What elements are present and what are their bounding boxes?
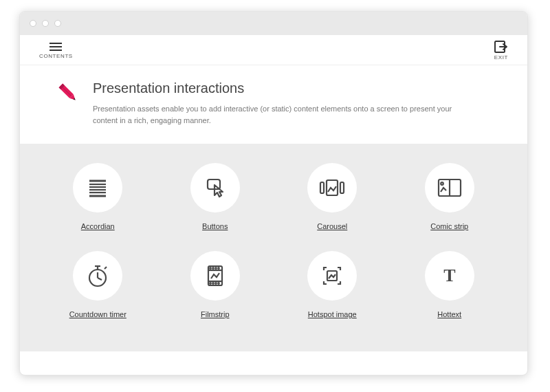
hamburger-icon: [49, 42, 63, 52]
svg-point-33: [215, 268, 217, 269]
card-comic-strip[interactable]: Comic strip: [422, 157, 477, 236]
card-icon-circle: [73, 251, 122, 301]
app-window: CONTENTS EXIT: [19, 11, 528, 375]
card-filmstrip[interactable]: Filmstrip: [188, 246, 243, 324]
exit-label: EXIT: [494, 54, 508, 61]
svg-rect-17: [320, 182, 324, 193]
card-hotspot-image[interactable]: Hotspot image: [305, 246, 360, 324]
card-buttons[interactable]: Buttons: [188, 157, 243, 236]
accordion-icon: [85, 175, 110, 200]
hottext-icon: T: [438, 264, 461, 287]
svg-point-32: [212, 268, 214, 269]
carousel-icon: [318, 175, 346, 200]
card-label: Hotspot image: [308, 310, 357, 318]
card-icon-circle: [73, 163, 122, 213]
card-carousel[interactable]: Carousel: [305, 157, 360, 236]
topbar: CONTENTS EXIT: [20, 35, 527, 65]
card-label: Buttons: [202, 222, 228, 230]
window-control-dot[interactable]: [54, 20, 61, 27]
card-label: Carousel: [317, 222, 347, 230]
page-description: Presentation assets enable you to add in…: [93, 103, 478, 126]
card-hottext[interactable]: T Hottext: [422, 246, 477, 324]
page-header-text: Presentation interactions Presentation a…: [93, 80, 478, 126]
svg-point-34: [218, 268, 219, 269]
card-icon-circle: T: [425, 251, 474, 301]
svg-rect-18: [340, 182, 344, 193]
svg-line-24: [98, 278, 102, 280]
page-header: Presentation interactions Presentation a…: [20, 65, 527, 144]
card-label: Accordian: [81, 222, 115, 230]
card-icon-circle: [190, 163, 240, 213]
svg-point-31: [210, 268, 211, 269]
interaction-grid: Accordian Buttons: [43, 157, 504, 324]
browser-titlebar: [20, 12, 527, 35]
exit-icon: [494, 41, 508, 53]
card-icon-circle: [307, 163, 357, 213]
buttons-icon: [203, 175, 228, 200]
card-icon-circle: [425, 163, 474, 213]
svg-point-36: [212, 283, 214, 284]
card-accordion[interactable]: Accordian: [70, 157, 125, 236]
interaction-grid-wrapper: Accordian Buttons: [20, 144, 527, 351]
svg-point-21: [441, 182, 443, 185]
card-countdown-timer[interactable]: Countdown timer: [67, 246, 129, 324]
page-title: Presentation interactions: [93, 80, 478, 96]
countdown-timer-icon: [86, 263, 109, 288]
svg-text:T: T: [443, 265, 455, 285]
card-icon-circle: [307, 251, 357, 301]
hotspot-image-icon: [320, 263, 344, 288]
card-label: Countdown timer: [69, 310, 126, 318]
pencil-icon: [56, 80, 80, 105]
contents-button[interactable]: CONTENTS: [39, 42, 73, 59]
svg-point-37: [215, 283, 217, 284]
filmstrip-icon: [205, 263, 226, 288]
svg-point-38: [218, 283, 219, 284]
card-icon-circle: [190, 251, 240, 301]
card-label: Hottext: [437, 310, 461, 318]
window-control-dot[interactable]: [30, 20, 36, 27]
card-label: Filmstrip: [201, 310, 230, 318]
svg-point-35: [210, 283, 211, 284]
svg-line-27: [104, 267, 107, 269]
comic-strip-icon: [436, 177, 463, 199]
card-label: Comic strip: [430, 222, 468, 230]
window-control-dot[interactable]: [42, 20, 49, 27]
contents-label: CONTENTS: [39, 53, 73, 59]
exit-button[interactable]: EXIT: [494, 41, 508, 61]
